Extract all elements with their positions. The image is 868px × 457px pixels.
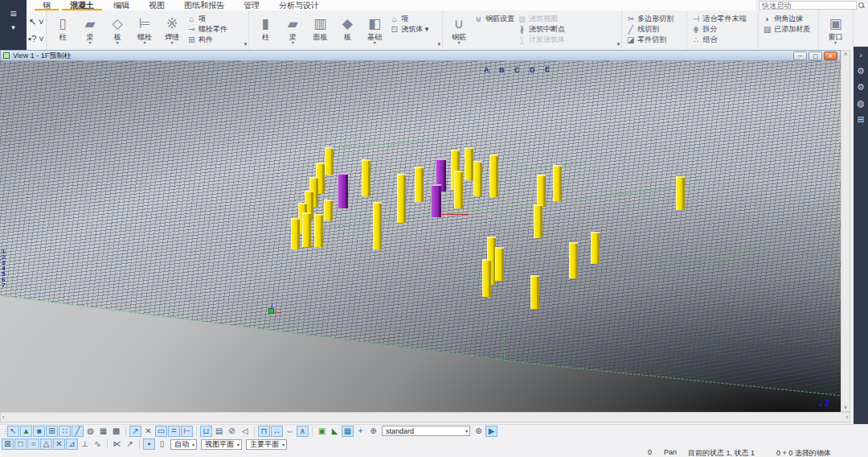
- snap-ortho-icon[interactable]: ⊓: [258, 426, 270, 437]
- select-objects-in-assemblies-icon[interactable]: ⊞: [46, 426, 58, 437]
- menu-tab-manage[interactable]: 管理: [234, 0, 269, 10]
- precast-column-yellow[interactable]: [314, 214, 323, 247]
- precast-column-purple[interactable]: [431, 184, 441, 217]
- ribbon-group-rebar-pour-overflow-icon[interactable]: ▾: [617, 41, 620, 47]
- view-grid-blue-icon[interactable]: ▦: [342, 426, 354, 437]
- window-dropdown-icon[interactable]: ▾: [834, 41, 837, 45]
- fit-part-end-button[interactable]: ⊣适合零件末端: [691, 14, 746, 23]
- precast-column-yellow[interactable]: [534, 204, 542, 238]
- precast-column-yellow[interactable]: [465, 147, 473, 180]
- bolt-dropdown-icon[interactable]: ▾: [144, 41, 146, 45]
- model-viewport[interactable]: ABCDE1234567ZO: [0, 61, 841, 412]
- steel-item-button[interactable]: ⌂项: [187, 14, 227, 23]
- settings-gear-icon[interactable]: ⚙: [857, 82, 865, 93]
- view-move-icon[interactable]: +: [354, 426, 366, 437]
- chamfer-edge-button[interactable]: ◗倒角边缘: [763, 14, 810, 23]
- concrete-beam-button[interactable]: ▰梁▾: [279, 12, 306, 48]
- rebar-button[interactable]: ∪钢筋▾: [445, 12, 473, 48]
- precast-column-yellow[interactable]: [553, 165, 562, 201]
- concrete-beam-dropdown-icon[interactable]: ▾: [292, 41, 294, 45]
- menu-tab-analysis-design[interactable]: 分析与设计: [269, 0, 329, 10]
- precast-column-yellow[interactable]: [324, 200, 333, 220]
- precast-column-yellow[interactable]: [473, 161, 482, 196]
- precast-column-yellow[interactable]: [489, 154, 498, 197]
- quick-launch[interactable]: [759, 1, 857, 10]
- filter-settings-icon[interactable]: ⊛: [473, 426, 485, 437]
- inquire-tool[interactable]: ▪? ˅: [28, 34, 44, 43]
- work-plane-dropdown[interactable]: 主要平面▾: [246, 439, 287, 450]
- footing-button[interactable]: ◧基础▾: [361, 12, 388, 48]
- select-points-icon[interactable]: ∷: [59, 426, 71, 437]
- snap-free-icon[interactable]: ⇔: [284, 426, 296, 437]
- weld-dropdown-icon[interactable]: ▾: [171, 41, 174, 45]
- select-grid-icon[interactable]: ▦: [97, 426, 109, 437]
- line-cut-button[interactable]: ╱线切割: [626, 25, 674, 34]
- menu-tab-view[interactable]: 视图: [139, 0, 174, 10]
- snap-perpendicular-icon[interactable]: ⊿: [66, 438, 78, 450]
- snap-square-icon[interactable]: □: [14, 438, 27, 450]
- snap-circle-edge-icon[interactable]: ⊘: [226, 426, 238, 437]
- footing-dropdown-icon[interactable]: ▾: [374, 41, 376, 45]
- snap-rectangle-icon[interactable]: ▭: [155, 426, 167, 437]
- concrete-slab-button[interactable]: ◆板: [334, 12, 361, 48]
- select-grid-lines-icon[interactable]: ▩: [110, 426, 122, 437]
- ribbon-group-steel-parts-overflow-icon[interactable]: ▾: [244, 41, 248, 47]
- view-solid-green-icon[interactable]: ▣: [316, 426, 328, 437]
- app-menu-corner[interactable]: ≡ ▼: [0, 0, 27, 50]
- view-close-button[interactable]: ✕: [824, 51, 837, 60]
- precast-column-yellow[interactable]: [415, 167, 424, 202]
- snap-u-icon[interactable]: ⊔: [200, 426, 212, 437]
- snap-curve-icon[interactable]: ∿: [92, 438, 104, 450]
- snap-frame-icon[interactable]: ▯: [156, 438, 168, 450]
- snap-reference-icon[interactable]: ↗: [129, 426, 141, 437]
- horizontal-scrollbar[interactable]: ‹ ›: [0, 412, 850, 422]
- precast-column-purple[interactable]: [338, 173, 348, 208]
- snap-extension-icon[interactable]: ⊥: [79, 438, 91, 450]
- menu-tab-edit[interactable]: 编辑: [104, 0, 139, 10]
- corner-caret-icon[interactable]: ▼: [10, 24, 17, 31]
- window-button[interactable]: ▣窗口▾: [821, 12, 849, 48]
- grip-icon[interactable]: ⋮: [2, 426, 6, 437]
- poly-cut-button[interactable]: ✂多边形切割: [626, 14, 674, 23]
- steel-plate-button[interactable]: ◇板▾: [104, 12, 131, 48]
- precast-column-yellow[interactable]: [482, 259, 491, 297]
- precast-column-yellow[interactable]: [362, 159, 371, 196]
- precast-column-yellow[interactable]: [591, 232, 600, 264]
- steel-plate-dropdown-icon[interactable]: ▾: [117, 41, 119, 45]
- applications-components-icon[interactable]: ⚙: [857, 66, 865, 76]
- select-pointer-icon[interactable]: ↖: [7, 426, 19, 437]
- bolt-button[interactable]: ⊨螺栓▾: [131, 12, 158, 48]
- snap-mode-dropdown-arrow-icon[interactable]: ▾: [192, 442, 194, 447]
- snap-triangle-icon[interactable]: △: [40, 438, 52, 450]
- zoom-tool-icon[interactable]: ⊕: [367, 426, 379, 437]
- selection-filter-dropdown[interactable]: standard▾: [382, 426, 470, 436]
- weld-button[interactable]: ※焊缝▾: [158, 12, 186, 48]
- snap-circle-icon[interactable]: ○: [27, 438, 39, 450]
- view-maximize-button[interactable]: ▢: [809, 51, 822, 60]
- precast-column-yellow[interactable]: [495, 247, 504, 281]
- precast-column-yellow[interactable]: [676, 176, 685, 210]
- scroll-down-icon[interactable]: ˅: [844, 405, 847, 410]
- selection-filter-dropdown-arrow-icon[interactable]: ▾: [465, 428, 468, 434]
- menu-tab-drawings-reports[interactable]: 图纸和报告: [174, 0, 234, 10]
- snap-angle-icon[interactable]: ◁: [239, 426, 251, 437]
- pour-object-button[interactable]: ⊡浇筑体 ▾: [390, 25, 428, 34]
- steel-beam-button[interactable]: ▰梁▾: [76, 12, 104, 48]
- precast-column-yellow[interactable]: [454, 171, 463, 208]
- precast-column-yellow[interactable]: [325, 147, 334, 175]
- precast-column-yellow[interactable]: [291, 218, 300, 249]
- select-lines-icon[interactable]: ╱: [72, 426, 84, 437]
- rebar-settings-button[interactable]: ⊎钢筋设置: [474, 14, 514, 23]
- precast-column-yellow[interactable]: [530, 275, 539, 309]
- snap-parallel-icon[interactable]: =: [168, 426, 180, 437]
- select-components-icon[interactable]: ■: [33, 426, 45, 437]
- rebar-dropdown-icon[interactable]: ▾: [457, 41, 460, 45]
- menu-tab-concrete[interactable]: 混凝土: [60, 0, 104, 10]
- panel-expand-icon[interactable]: ›: [859, 50, 862, 60]
- select-assemblies-icon[interactable]: ▲: [20, 426, 32, 437]
- vertical-scrollbar[interactable]: ˄ ˅: [841, 50, 850, 412]
- scroll-left-icon[interactable]: ‹: [2, 414, 4, 420]
- bolt-part-button[interactable]: ⊸螺栓零件: [187, 25, 227, 34]
- concrete-item-button[interactable]: ⌂项: [390, 14, 428, 23]
- layout-tiles-icon[interactable]: ⊞: [857, 114, 864, 125]
